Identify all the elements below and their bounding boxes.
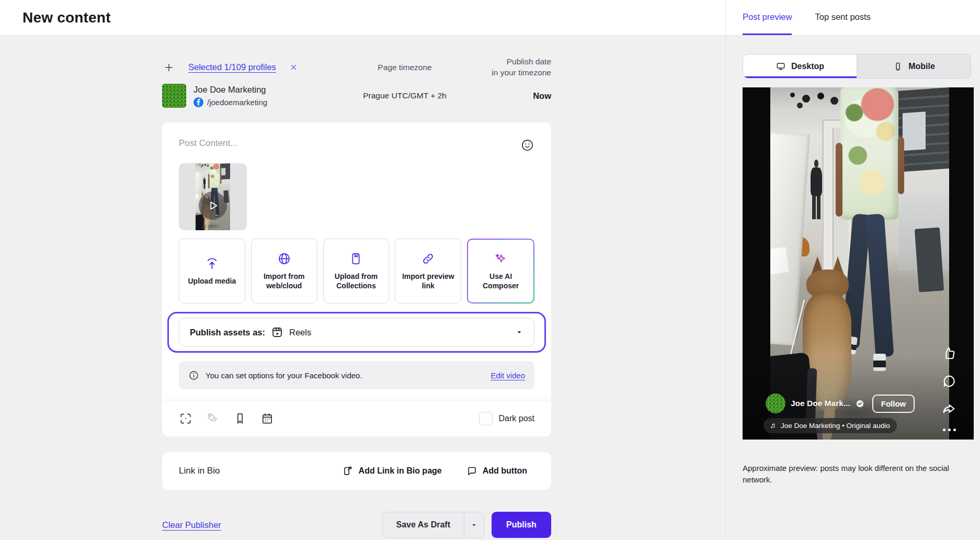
chevron-down-icon	[515, 328, 523, 336]
reels-icon	[271, 326, 283, 339]
phone-arrow-icon	[342, 465, 354, 477]
device-tab-desktop[interactable]: Desktop	[743, 54, 857, 78]
calendar-button[interactable]	[260, 412, 274, 425]
more-options-icon	[943, 429, 956, 431]
verified-badge-icon	[856, 399, 864, 408]
add-button-button[interactable]: Add button	[466, 465, 527, 477]
crop-button[interactable]	[179, 412, 192, 425]
publish-date-label: Publish date in your timezone	[473, 57, 551, 78]
video-thumbnail[interactable]	[179, 163, 247, 230]
monitor-icon	[776, 61, 786, 72]
reel-account-name: Joe Doe Mark...	[791, 399, 850, 408]
composer-body: Selected 1/109 profiles Page timezone Pu…	[0, 36, 725, 540]
import-preview-link-button[interactable]: Import preview link	[395, 239, 461, 303]
save-draft-split-button: Save As Draft	[382, 512, 484, 538]
upload-icon	[205, 256, 219, 271]
publish-button[interactable]: Publish	[492, 512, 551, 538]
upload-collections-button[interactable]: Upload from Collections	[323, 239, 390, 303]
upload-options: Upload media Import from web/cloud Uploa…	[179, 239, 534, 303]
sparkles-icon	[494, 252, 508, 266]
comment-icon	[941, 373, 957, 389]
clear-publisher-link[interactable]: Clear Publisher	[162, 520, 221, 530]
device-toggle: Desktop Mobile	[743, 54, 971, 78]
globe-icon	[277, 252, 291, 266]
music-note-icon	[769, 422, 777, 430]
selected-profiles-link[interactable]: Selected 1/109 profiles	[188, 62, 276, 72]
close-icon	[290, 63, 298, 71]
use-ai-composer-button[interactable]: Use AI Composer	[467, 239, 534, 303]
follow-button: Follow	[872, 395, 915, 413]
link-in-bio-card: Link in Bio Add Link in Bio page Add but…	[162, 452, 551, 490]
reel-account-row: Joe Doe Mark... Follow	[766, 393, 915, 413]
smiley-icon	[520, 138, 534, 152]
upload-media-button[interactable]: Upload media	[179, 239, 245, 303]
clear-selection-button[interactable]	[289, 62, 299, 72]
calendar-icon	[260, 412, 274, 425]
profile-handle: /joedoemarketing	[207, 98, 267, 107]
info-icon	[188, 370, 199, 381]
label-button[interactable]	[233, 412, 247, 425]
reel-audio-pill: Joe Doe Marketing • Original audio	[764, 418, 897, 433]
preview-tabs: Post preview Top sent posts	[726, 0, 980, 36]
collections-icon	[349, 252, 363, 266]
post-card: Post Content...	[162, 122, 551, 436]
like-icon	[941, 345, 957, 361]
device-tab-mobile[interactable]: Mobile	[857, 54, 971, 78]
link-in-bio-title: Link in Bio	[179, 466, 220, 476]
publish-assets-highlight: Publish assets as: Reels	[167, 312, 546, 353]
save-draft-options-button[interactable]	[464, 512, 484, 537]
add-profile-button[interactable]	[162, 61, 176, 74]
save-as-draft-button[interactable]: Save As Draft	[383, 512, 464, 537]
label-icon	[233, 412, 247, 425]
profile-row: Joe Doe Marketing /joedoemarketing Pragu…	[162, 81, 551, 111]
emoji-picker-button[interactable]	[520, 138, 534, 152]
page-header: New content	[0, 0, 725, 36]
composer-panel: New content Selected 1/109 profiles Page…	[0, 0, 725, 540]
tags-icon	[206, 412, 220, 425]
tab-post-preview[interactable]: Post preview	[743, 0, 792, 35]
edit-video-link[interactable]: Edit video	[491, 371, 525, 380]
tab-top-sent-posts[interactable]: Top sent posts	[815, 0, 870, 35]
chevron-down-icon	[470, 521, 478, 529]
facebook-icon	[193, 97, 203, 107]
button-bubble-icon	[466, 465, 477, 477]
publish-assets-value: Reels	[289, 328, 311, 338]
dark-post-checkbox[interactable]	[479, 412, 493, 425]
tags-button[interactable]	[206, 412, 220, 425]
page-timezone-label: Page timezone	[337, 63, 473, 72]
import-web-cloud-button[interactable]: Import from web/cloud	[251, 239, 317, 303]
plus-icon	[163, 62, 175, 73]
add-link-in-bio-page-button[interactable]: Add Link in Bio page	[342, 465, 442, 477]
post-toolbar: Dark post	[162, 400, 551, 436]
profile-selector-row: Selected 1/109 profiles Page timezone Pu…	[162, 57, 551, 77]
video-options-infobar: You can set options for your Facebook vi…	[179, 361, 534, 389]
link-icon	[421, 252, 435, 266]
video-options-text: You can set options for your Facebook vi…	[206, 371, 362, 380]
publish-assets-dropdown[interactable]: Publish assets as: Reels	[179, 318, 534, 347]
share-icon	[941, 401, 957, 417]
play-icon	[199, 192, 227, 220]
crop-icon	[179, 412, 192, 425]
composer-footer: Clear Publisher Save As Draft Publish	[162, 512, 551, 538]
profile-avatar	[162, 84, 186, 108]
profile-name: Joe Doe Marketing	[193, 85, 267, 95]
timezone-value: Prague UTC/GMT + 2h	[337, 91, 473, 100]
publisher-app: New content Selected 1/109 profiles Page…	[0, 0, 980, 540]
mobile-icon	[893, 61, 903, 72]
preview-disclaimer: Approximate preview: posts may look diff…	[743, 463, 964, 486]
dark-post-label: Dark post	[499, 414, 534, 423]
post-content-input[interactable]: Post Content...	[179, 138, 237, 149]
post-preview-video: Joe Doe Mark... Follow Joe Doe Marketing…	[743, 87, 974, 440]
publish-date-value: Now	[473, 90, 551, 102]
reel-action-icons	[941, 345, 957, 431]
preview-panel: Post preview Top sent posts Desktop Mobi…	[725, 0, 980, 540]
reel-avatar	[766, 393, 785, 413]
page-title: New content	[22, 9, 111, 26]
reel-audio-label: Joe Doe Marketing • Original audio	[781, 422, 890, 430]
